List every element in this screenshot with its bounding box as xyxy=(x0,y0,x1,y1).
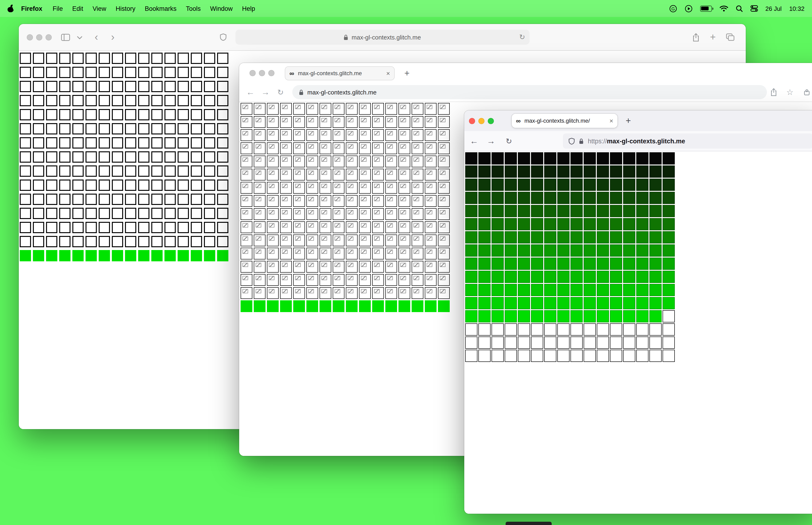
bookmark-star-icon[interactable]: ☆ xyxy=(784,86,796,98)
share-icon[interactable] xyxy=(767,86,780,98)
broken-image-icon xyxy=(387,263,393,267)
canvas-cell xyxy=(425,116,436,128)
canvas-cell xyxy=(346,287,357,299)
menu-item-tools[interactable]: Tools xyxy=(181,5,205,12)
canvas-cell xyxy=(557,231,569,243)
canvas-cell xyxy=(217,109,228,120)
chevron-down-icon[interactable] xyxy=(73,31,86,44)
canvas-cell xyxy=(372,155,384,167)
zoom-button[interactable] xyxy=(488,118,494,124)
back-button[interactable]: ‹ xyxy=(90,31,103,43)
forward-button[interactable]: › xyxy=(107,31,119,43)
canvas-cell xyxy=(165,222,176,233)
canvas-cell xyxy=(359,235,371,246)
apple-menu-icon[interactable] xyxy=(7,5,14,12)
minimize-button[interactable] xyxy=(478,118,485,124)
address-bar[interactable]: max-gl-contexts.glitch.me ↻ xyxy=(235,30,530,45)
back-button[interactable]: ← xyxy=(244,86,257,98)
tab-max-gl-contexts[interactable]: ∞ max-gl-contexts.glitch.me/ × xyxy=(512,114,617,128)
zoom-button[interactable] xyxy=(46,34,52,41)
canvas-cell xyxy=(306,248,318,259)
broken-image-icon xyxy=(387,184,393,188)
canvas-cell xyxy=(46,52,57,64)
menu-item-view[interactable]: View xyxy=(88,5,111,12)
canvas-cell xyxy=(241,248,252,259)
broken-image-icon xyxy=(400,236,406,241)
canvas-cell xyxy=(623,205,635,217)
close-button[interactable] xyxy=(249,70,256,76)
canvas-cell xyxy=(33,194,44,205)
sidebar-toggle-icon[interactable] xyxy=(59,31,72,43)
new-tab-button[interactable]: + xyxy=(401,67,413,79)
broken-image-icon xyxy=(348,158,353,162)
dock-hint[interactable] xyxy=(506,522,552,525)
forward-button[interactable]: → xyxy=(259,86,272,98)
play-icon[interactable] xyxy=(685,4,693,13)
canvas-cell xyxy=(412,261,424,273)
canvas-cell xyxy=(178,165,189,177)
menu-date[interactable]: 26 Jul xyxy=(765,5,782,12)
menu-item-history[interactable]: History xyxy=(111,5,140,12)
canvas-cell xyxy=(293,103,305,115)
reload-icon[interactable]: ↻ xyxy=(519,33,525,41)
battery-icon[interactable] xyxy=(700,5,712,12)
google-g-icon[interactable]: G xyxy=(669,4,677,13)
canvas-cell xyxy=(191,250,202,261)
canvas-cell xyxy=(610,192,622,204)
canvas-cell xyxy=(125,137,136,149)
canvas-cell xyxy=(191,180,202,191)
new-tab-button[interactable]: + xyxy=(707,31,719,43)
menu-item-bookmarks[interactable]: Bookmarks xyxy=(140,5,181,12)
tab-max-gl-contexts[interactable]: ∞ max-gl-contexts.glitch.me × xyxy=(285,66,395,80)
menu-clock[interactable]: 10:32 xyxy=(789,5,805,12)
new-tab-button[interactable]: + xyxy=(622,115,634,127)
address-bar[interactable]: https://max-gl-contexts.glitch.me xyxy=(563,134,812,149)
reload-button[interactable]: ↻ xyxy=(274,86,287,98)
privacy-shield-icon[interactable] xyxy=(217,31,229,43)
menu-app-name[interactable]: Firefox xyxy=(21,5,42,12)
control-center-icon[interactable] xyxy=(750,5,758,12)
canvas-cell xyxy=(636,271,648,283)
forward-button[interactable]: → xyxy=(485,135,497,147)
canvas-cell xyxy=(204,137,215,149)
canvas-cell xyxy=(584,336,596,349)
canvas-cell xyxy=(491,218,504,230)
canvas-cell xyxy=(20,52,31,64)
menu-item-edit[interactable]: Edit xyxy=(68,5,88,12)
canvas-cell xyxy=(306,182,318,194)
reload-button[interactable]: ↻ xyxy=(503,135,515,147)
back-button[interactable]: ← xyxy=(468,135,480,147)
canvas-cell xyxy=(112,165,123,177)
address-bar[interactable]: max-gl-contexts.glitch.me xyxy=(292,85,767,99)
menu-item-help[interactable]: Help xyxy=(237,5,260,12)
broken-image-icon xyxy=(427,131,432,135)
canvas-cell xyxy=(649,350,662,362)
minimize-button[interactable] xyxy=(259,70,265,76)
tab-close-icon[interactable]: × xyxy=(386,70,390,77)
canvas-cell xyxy=(267,300,279,312)
address-bar-url: max-gl-contexts.glitch.me xyxy=(307,89,377,96)
canvas-cell xyxy=(320,287,331,299)
broken-image-icon xyxy=(282,144,288,149)
share-icon[interactable] xyxy=(690,31,702,43)
menu-item-window[interactable]: Window xyxy=(205,5,237,12)
canvas-cell xyxy=(518,350,530,362)
close-button[interactable] xyxy=(469,118,475,124)
canvas-cell xyxy=(267,103,279,115)
canvas-cell xyxy=(86,151,97,163)
canvas-cell xyxy=(178,67,189,78)
close-button[interactable] xyxy=(27,34,33,41)
zoom-button[interactable] xyxy=(268,70,274,76)
tab-overview-icon[interactable] xyxy=(724,31,736,43)
wifi-icon[interactable] xyxy=(719,5,729,12)
canvas-cell xyxy=(333,221,344,233)
canvas-cell xyxy=(398,208,410,220)
canvas-cell xyxy=(46,109,57,120)
extensions-icon[interactable] xyxy=(801,86,812,98)
canvas-cell xyxy=(570,271,583,283)
minimize-button[interactable] xyxy=(36,34,42,41)
spotlight-icon[interactable] xyxy=(736,5,743,12)
menu-item-file[interactable]: File xyxy=(48,5,68,12)
canvas-cell xyxy=(280,235,292,246)
tab-close-icon[interactable]: × xyxy=(610,118,613,124)
